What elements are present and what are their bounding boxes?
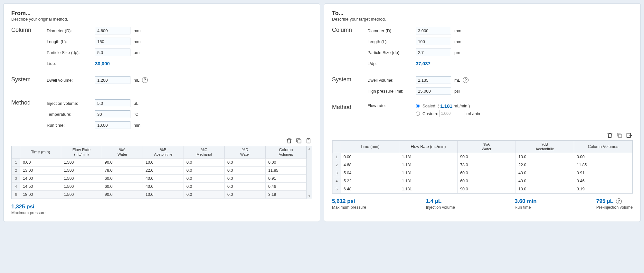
th-a[interactable]: %AWater xyxy=(458,141,516,153)
from-dwell-label: Dwell volume: xyxy=(47,78,95,83)
from-run-label: Run time: xyxy=(47,123,95,128)
svg-rect-0 xyxy=(298,140,301,143)
copy-icon[interactable] xyxy=(295,137,302,144)
th-flow[interactable]: Flow Rate(mL/min) xyxy=(61,146,102,159)
to-hpl-label: High pressure limit: xyxy=(367,89,416,94)
from-dwell-input[interactable] xyxy=(95,76,130,84)
from-gradient-table[interactable]: Time (min) Flow Rate(mL/min) %AWater %BA… xyxy=(11,146,312,199)
to-gradient-table[interactable]: Time (min) Flow Rate (mL/min) %AWater %B… xyxy=(332,140,633,194)
to-length-input[interactable] xyxy=(416,38,451,45)
from-ldp-label: L/dp: xyxy=(47,61,95,66)
help-icon[interactable]: ? xyxy=(142,77,148,83)
to-particle-input[interactable] xyxy=(416,49,451,56)
from-subtitle: Describe your original method. xyxy=(11,17,312,22)
from-title: From... xyxy=(11,10,312,17)
from-column-section: Column xyxy=(11,26,47,33)
table-row[interactable]: 213.001.50078.022.00.00.011.85 xyxy=(12,166,307,174)
to-panel: To... Describe your target method. Colum… xyxy=(324,3,641,222)
from-panel: From... Describe your original method. C… xyxy=(3,3,320,222)
export-icon[interactable] xyxy=(626,132,633,139)
th-c[interactable]: %CMethanol xyxy=(184,146,225,159)
scroll-down-icon[interactable]: ▼ xyxy=(307,194,312,199)
to-pre-value: 795 µL ? xyxy=(596,198,633,205)
to-column-section: Column xyxy=(332,26,367,33)
from-diameter-input[interactable] xyxy=(95,27,130,34)
to-method-section: Method xyxy=(332,103,367,111)
table-row[interactable]: 518.001.50090.010.00.00.03.19 xyxy=(12,190,307,198)
to-maxp-value: 5,612 psi xyxy=(332,198,366,205)
from-run-input[interactable] xyxy=(95,121,130,129)
to-system-section: System xyxy=(332,76,367,83)
from-diameter-label: Diameter (D): xyxy=(47,28,95,33)
to-hpl-input[interactable] xyxy=(416,87,451,95)
scroll-up-icon[interactable]: ▲ xyxy=(307,146,312,151)
to-length-unit: mm xyxy=(454,39,461,44)
custom-label: Custom: xyxy=(422,111,438,116)
to-maxp-label: Maximum pressure xyxy=(332,205,366,210)
from-dwell-unit: mL xyxy=(134,78,139,83)
to-run-label: Run time xyxy=(515,205,536,210)
flow-custom-radio[interactable] xyxy=(416,112,420,116)
to-dwell-unit: mL xyxy=(454,78,460,83)
from-method-section: Method xyxy=(11,99,47,106)
from-particle-unit: µm xyxy=(134,50,139,55)
from-temp-unit: °C xyxy=(134,112,138,117)
to-length-label: Length (L): xyxy=(367,39,416,44)
copy-icon[interactable] xyxy=(616,132,623,139)
from-inj-label: Injection volume: xyxy=(47,101,95,106)
to-ldp-label: L/dp: xyxy=(367,61,416,66)
from-run-unit: min xyxy=(134,123,140,128)
table-row[interactable]: 45.221.18160.040.00.46 xyxy=(333,177,632,185)
help-icon[interactable]: ? xyxy=(463,77,469,83)
th-time[interactable]: Time (min) xyxy=(341,141,399,153)
scaled-value: 1.181 xyxy=(440,103,452,109)
from-inj-input[interactable] xyxy=(95,99,130,107)
to-inj-value: 1.4 µL xyxy=(426,198,455,205)
flow-scaled-radio[interactable] xyxy=(416,104,420,108)
to-hpl-unit: psi xyxy=(454,89,460,94)
custom-unit: mL/min xyxy=(466,111,480,116)
to-particle-label: Particle Size (dp): xyxy=(367,50,416,55)
to-dwell-input[interactable] xyxy=(416,76,451,84)
th-b[interactable]: %BAcetonitrile xyxy=(143,146,184,159)
from-table-toolbar xyxy=(11,137,312,144)
to-particle-unit: µm xyxy=(454,50,460,55)
th-b[interactable]: %BAcetonitrile xyxy=(516,141,574,153)
to-diameter-input[interactable] xyxy=(416,27,451,34)
table-row[interactable]: 10.001.18190.010.00.00 xyxy=(333,153,632,161)
th-cv[interactable]: Column Volumes xyxy=(574,141,632,153)
delete-icon[interactable] xyxy=(286,137,293,144)
to-ldp-value: 37,037 xyxy=(416,61,431,66)
paste-icon[interactable] xyxy=(305,137,312,144)
help-icon[interactable]: ? xyxy=(616,198,622,204)
to-diameter-label: Diameter (D): xyxy=(367,28,416,33)
table-row[interactable]: 10.001.50090.010.00.00.00.00 xyxy=(12,158,307,166)
scaled-suffix: mL/min ) xyxy=(454,104,470,108)
to-run-value: 3.60 min xyxy=(515,198,536,205)
table-row[interactable]: 56.481.18190.010.03.19 xyxy=(333,185,632,193)
custom-flow-input[interactable] xyxy=(439,110,465,117)
svg-rect-3 xyxy=(619,134,622,138)
th-cv[interactable]: ColumnVolumes xyxy=(266,146,307,159)
table-row[interactable]: 414.501.50060.040.00.00.00.46 xyxy=(12,182,307,190)
to-subtitle: Describe your target method. xyxy=(332,17,633,22)
table-row[interactable]: 314.001.50060.040.00.00.00.91 xyxy=(12,174,307,182)
table-row[interactable]: 24.681.18178.022.011.85 xyxy=(333,161,632,169)
scrollbar[interactable]: ▲ ▼ xyxy=(307,146,312,199)
from-length-label: Length (L): xyxy=(47,39,95,44)
from-particle-label: Particle Size (dp): xyxy=(47,50,95,55)
scaled-prefix: Scaled: ( xyxy=(422,104,439,108)
table-row[interactable]: 35.041.18160.040.00.91 xyxy=(333,169,632,177)
delete-icon[interactable] xyxy=(606,132,613,139)
from-length-input[interactable] xyxy=(95,38,130,45)
from-maxp-label: Maximum pressure xyxy=(11,211,45,215)
from-maxp-value: 1,325 psi xyxy=(11,204,45,210)
from-particle-input[interactable] xyxy=(95,49,130,56)
th-a[interactable]: %AWater xyxy=(102,146,143,159)
th-d[interactable]: %DWater xyxy=(225,146,266,159)
from-temp-input[interactable] xyxy=(95,110,130,118)
from-inj-unit: µL xyxy=(134,101,138,106)
th-flow[interactable]: Flow Rate (mL/min) xyxy=(399,141,458,153)
th-time[interactable]: Time (min) xyxy=(20,146,61,159)
to-pre-label: Pre-injection volume xyxy=(596,205,633,210)
